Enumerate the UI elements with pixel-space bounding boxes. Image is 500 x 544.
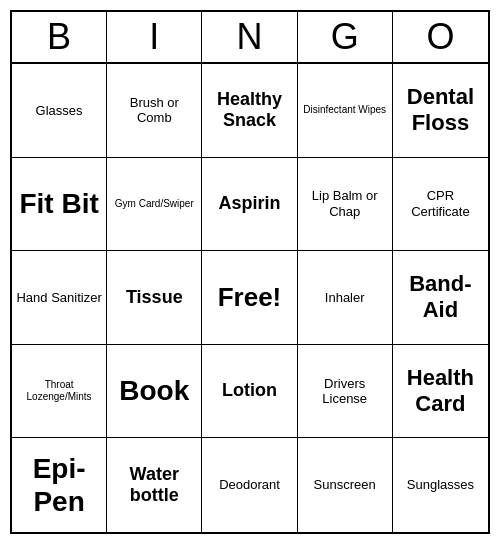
bingo-header: BINGO	[12, 12, 488, 64]
bingo-cell: Deodorant	[202, 438, 297, 532]
bingo-cell: Epi-Pen	[12, 438, 107, 532]
bingo-cell: Free!	[202, 251, 297, 345]
bingo-cell: Dental Floss	[393, 64, 488, 158]
bingo-cell: Aspirin	[202, 158, 297, 252]
bingo-cell: Throat Lozenge/Mints	[12, 345, 107, 439]
bingo-cell: Lotion	[202, 345, 297, 439]
bingo-cell: Book	[107, 345, 202, 439]
bingo-cell: Healthy Snack	[202, 64, 297, 158]
bingo-cell: Drivers License	[298, 345, 393, 439]
bingo-cell: Fit Bit	[12, 158, 107, 252]
header-letter: I	[107, 12, 202, 62]
bingo-cell: Tissue	[107, 251, 202, 345]
bingo-grid: GlassesBrush or CombHealthy SnackDisinfe…	[12, 64, 488, 532]
bingo-cell: Water bottle	[107, 438, 202, 532]
bingo-cell: Sunglasses	[393, 438, 488, 532]
bingo-cell: Brush or Comb	[107, 64, 202, 158]
bingo-cell: Glasses	[12, 64, 107, 158]
header-letter: N	[202, 12, 297, 62]
bingo-cell: Disinfectant Wipes	[298, 64, 393, 158]
bingo-cell: Band-Aid	[393, 251, 488, 345]
header-letter: B	[12, 12, 107, 62]
bingo-card: BINGO GlassesBrush or CombHealthy SnackD…	[10, 10, 490, 534]
header-letter: G	[298, 12, 393, 62]
bingo-cell: Hand Sanitizer	[12, 251, 107, 345]
bingo-cell: Lip Balm or Chap	[298, 158, 393, 252]
bingo-cell: Gym Card/Swiper	[107, 158, 202, 252]
header-letter: O	[393, 12, 488, 62]
bingo-cell: Health Card	[393, 345, 488, 439]
bingo-cell: Sunscreen	[298, 438, 393, 532]
bingo-cell: CPR Certificate	[393, 158, 488, 252]
bingo-cell: Inhaler	[298, 251, 393, 345]
